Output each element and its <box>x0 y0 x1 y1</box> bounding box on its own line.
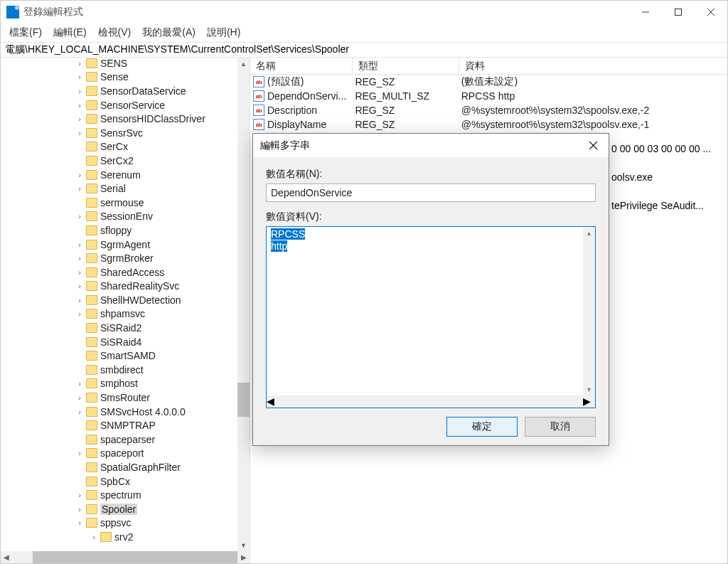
address-bar[interactable]: 電腦\HKEY_LOCAL_MACHINE\SYSTEM\CurrentCont… <box>1 42 727 58</box>
tree-item[interactable]: ›SerCx <box>1 140 250 154</box>
tree-item[interactable]: ›SENS <box>1 58 250 70</box>
chevron-right-icon[interactable]: › <box>75 129 85 137</box>
menu-help[interactable]: 說明(H) <box>203 25 245 41</box>
menu-file[interactable]: 檔案(F) <box>5 25 46 41</box>
chevron-right-icon[interactable]: › <box>75 115 85 123</box>
tree-item[interactable]: ›spectrum <box>1 488 250 502</box>
ok-button[interactable]: 確定 <box>446 417 518 437</box>
tree-item[interactable]: ›SiSRaid2 <box>1 321 250 335</box>
tree-item[interactable]: ›Sense <box>1 70 250 85</box>
tree-item[interactable]: ›sppsvc <box>1 516 250 531</box>
tree-view[interactable]: ›SENS›Sense›SensorDataService›SensorServ… <box>1 58 250 551</box>
tree-item-label: ShellHWDetection <box>100 294 181 306</box>
tree-item[interactable]: ›srv2 <box>1 530 250 544</box>
tree-item[interactable]: ›SensorService <box>1 98 250 112</box>
tree-scrollbar[interactable]: ▲ ▼ <box>237 58 250 551</box>
chevron-right-icon[interactable]: › <box>89 533 99 541</box>
tree-item[interactable]: ›SensorsHIDClassDriver <box>1 112 250 126</box>
folder-icon <box>86 365 97 375</box>
tree-item[interactable]: ›SessionEnv <box>1 210 250 224</box>
tree-item[interactable]: ›SmartSAMD <box>1 348 250 363</box>
scroll-left-icon[interactable]: ◀ <box>1 551 13 563</box>
scroll-up-icon[interactable]: ▲ <box>583 227 595 239</box>
dialog-h-scrollbar[interactable]: ◀ ▶ <box>267 395 595 408</box>
tree-item[interactable]: ›SensrSvc <box>1 126 250 140</box>
close-button[interactable] <box>695 1 727 23</box>
list-row[interactable]: ab(預設值)REG_SZ(數值未設定) <box>250 75 727 89</box>
tree-item-label: SessionEnv <box>100 211 153 222</box>
col-data[interactable]: 資料 <box>459 58 727 74</box>
chevron-right-icon[interactable]: › <box>75 505 85 514</box>
menu-view[interactable]: 檢視(V) <box>94 25 136 41</box>
chevron-right-icon[interactable]: › <box>75 449 85 457</box>
chevron-right-icon[interactable]: › <box>75 282 85 290</box>
scroll-right-icon[interactable]: ▶ <box>237 551 250 563</box>
tree-item[interactable]: ›SpatialGraphFilter <box>1 460 250 474</box>
chevron-right-icon[interactable]: › <box>75 101 85 110</box>
titlebar[interactable]: 登錄編輯程式 <box>1 1 727 23</box>
menu-favorites[interactable]: 我的最愛(A) <box>138 25 200 41</box>
maximize-button[interactable] <box>662 1 695 23</box>
scroll-down-icon[interactable]: ▼ <box>237 539 250 551</box>
chevron-right-icon[interactable]: › <box>75 518 85 527</box>
chevron-right-icon[interactable]: › <box>75 296 85 304</box>
menu-edit[interactable]: 編輯(E) <box>49 25 91 41</box>
scroll-left-icon[interactable]: ◀ <box>267 395 279 408</box>
list-row[interactable]: abDisplayNameREG_SZ@%systemroot%\system3… <box>250 117 727 132</box>
chevron-right-icon[interactable]: › <box>75 184 85 193</box>
tree-item[interactable]: ›SharedRealitySvc <box>1 280 250 294</box>
dialog-titlebar[interactable]: 編輯多字串 <box>253 134 609 158</box>
chevron-right-icon[interactable]: › <box>75 87 85 95</box>
chevron-right-icon[interactable]: › <box>75 59 85 68</box>
chevron-right-icon[interactable]: › <box>75 393 85 402</box>
tree-item[interactable]: ›Spooler <box>1 502 250 516</box>
value-type: REG_SZ <box>352 119 458 130</box>
tree-item[interactable]: ›SharedAccess <box>1 265 250 280</box>
tree-item[interactable]: ›sfloppy <box>1 223 250 238</box>
dialog-v-scrollbar[interactable]: ▲ ▼ <box>583 227 595 395</box>
list-row[interactable]: abDependOnServi...REG_MULTI_SZRPCSS http <box>250 89 727 103</box>
cancel-button[interactable]: 取消 <box>525 417 596 437</box>
tree-item[interactable]: ›SMSvcHost 4.0.0.0 <box>1 405 250 419</box>
chevron-right-icon[interactable]: › <box>75 212 85 220</box>
h-scroll-thumb[interactable] <box>33 551 237 563</box>
col-name[interactable]: 名稱 <box>250 58 353 74</box>
chevron-right-icon[interactable]: › <box>75 254 85 262</box>
chevron-right-icon[interactable]: › <box>75 379 85 388</box>
chevron-right-icon[interactable]: › <box>75 73 85 81</box>
tree-item[interactable]: ›spaceport <box>1 447 250 461</box>
value-name-input[interactable] <box>266 183 596 202</box>
tree-item[interactable]: ›SensorDataService <box>1 84 250 98</box>
chevron-right-icon[interactable]: › <box>75 309 85 318</box>
tree-item[interactable]: ›SgrmBroker <box>1 251 250 265</box>
chevron-right-icon[interactable]: › <box>75 240 85 249</box>
tree-h-scrollbar[interactable]: ◀ ▶ <box>1 551 250 563</box>
tree-item[interactable]: ›SgrmAgent <box>1 238 250 252</box>
value-data-textarea[interactable]: RPCSShttp <box>267 227 583 395</box>
scroll-up-icon[interactable]: ▲ <box>237 58 250 70</box>
tree-item[interactable]: ›spaceparser <box>1 432 250 447</box>
tree-item[interactable]: ›smbdirect <box>1 363 250 377</box>
tree-item[interactable]: ›sermouse <box>1 196 250 210</box>
scroll-thumb[interactable] <box>237 383 250 417</box>
tree-item[interactable]: ›SpbCx <box>1 474 250 489</box>
tree-item[interactable]: ›smphost <box>1 377 250 391</box>
tree-item[interactable]: ›SNMPTRAP <box>1 418 250 432</box>
tree-item[interactable]: ›Serenum <box>1 168 250 182</box>
tree-item[interactable]: ›shpamsvc <box>1 307 250 321</box>
dialog-close-button[interactable] <box>577 134 609 157</box>
chevron-right-icon[interactable]: › <box>75 268 85 277</box>
tree-item[interactable]: ›SerCx2 <box>1 154 250 168</box>
scroll-right-icon[interactable]: ▶ <box>583 395 595 408</box>
tree-item[interactable]: ›ShellHWDetection <box>1 293 250 307</box>
tree-item[interactable]: ›Serial <box>1 181 250 196</box>
chevron-right-icon[interactable]: › <box>75 491 85 499</box>
chevron-right-icon[interactable]: › <box>75 408 85 416</box>
list-row[interactable]: abDescriptionREG_SZ@%systemroot%\system3… <box>250 103 727 117</box>
col-type[interactable]: 類型 <box>353 58 459 74</box>
minimize-button[interactable] <box>629 1 662 23</box>
tree-item[interactable]: ›SmsRouter <box>1 390 250 405</box>
tree-item[interactable]: ›SiSRaid4 <box>1 335 250 349</box>
scroll-down-icon[interactable]: ▼ <box>583 383 595 395</box>
chevron-right-icon[interactable]: › <box>75 171 85 179</box>
